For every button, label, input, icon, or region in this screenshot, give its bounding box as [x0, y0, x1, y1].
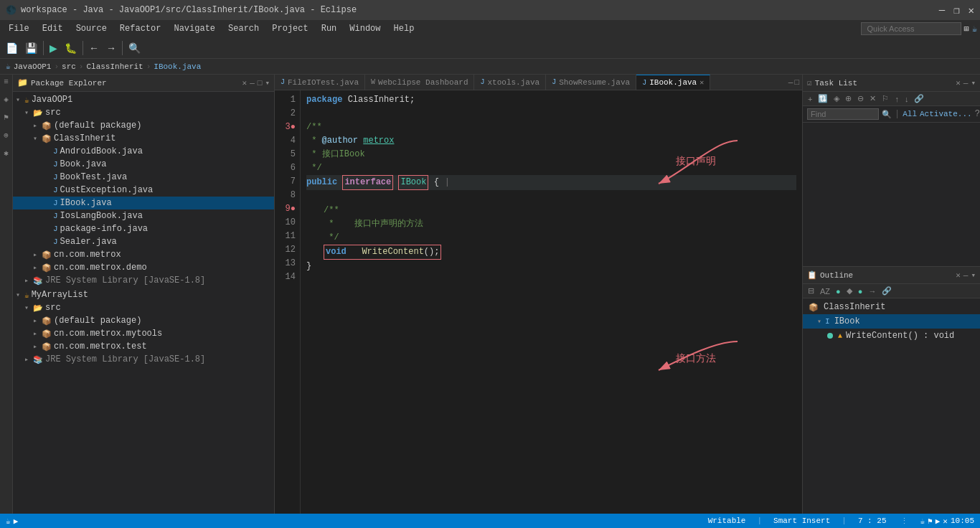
tree-packageinfo[interactable]: J package-info.java [13, 222, 274, 235]
tab-max-icon[interactable]: □ [794, 78, 799, 87]
task-list-close-icon[interactable]: ✕ [956, 78, 961, 88]
find-all-link[interactable]: All [903, 110, 917, 118]
task-btn-7[interactable]: ⚐ [880, 93, 891, 104]
task-btn-6[interactable]: ✕ [867, 93, 878, 104]
arrow-default2: ▸ [33, 316, 42, 325]
tree-javaoop1[interactable]: ▾ ☕ JavaOOP1 [13, 93, 274, 106]
outline-link-btn[interactable]: 🔗 [880, 286, 894, 296]
tree-book[interactable]: J Book.java [13, 158, 274, 171]
sidebar-icon-3[interactable]: ⚑ [4, 113, 9, 122]
tree-booktest[interactable]: J BookTest.java [13, 171, 274, 184]
menu-project[interactable]: Project [266, 22, 314, 35]
save-button[interactable]: 💾 [22, 41, 40, 55]
sidebar-icon-4[interactable]: ⊕ [4, 131, 9, 140]
outline-methods-btn[interactable]: ◆ [844, 286, 854, 296]
search-toolbar-button[interactable]: 🔍 [126, 41, 143, 55]
pe-max-icon[interactable]: □ [258, 79, 263, 88]
outline-nav-btn[interactable]: → [866, 286, 878, 296]
outline-collapse-btn[interactable]: ⊟ [806, 286, 816, 296]
task-btn-1[interactable]: + [806, 93, 814, 104]
window-controls[interactable]: — ❐ ✕ [939, 4, 974, 16]
task-btn-10[interactable]: 🔗 [912, 93, 926, 104]
tree-cnmetroxdemo[interactable]: ▸ 📦 cn.com.metrox.demo [13, 261, 274, 274]
tab-showresume[interactable]: J ShowResume.java [546, 75, 636, 90]
pe-menu-icon[interactable]: ▾ [265, 78, 270, 88]
back-button[interactable]: ← [86, 41, 102, 55]
task-list-menu-icon[interactable]: ▾ [971, 78, 976, 88]
outline-sort-btn[interactable]: AZ [818, 286, 832, 296]
tree-jre2[interactable]: ▸ 📚 JRE System Library [JavaSE-1.8] [13, 353, 274, 366]
outline-classinherit[interactable]: 📦 ClassInherit [803, 300, 980, 314]
tree-classinherit[interactable]: ▾ 📦 ClassInherit [13, 132, 274, 145]
outline-menu-icon[interactable]: ▾ [971, 270, 976, 280]
tab-min-icon[interactable]: — [788, 78, 793, 87]
menu-refactor[interactable]: Refactor [114, 22, 167, 35]
task-list-min-icon[interactable]: — [963, 79, 969, 88]
menu-run[interactable]: Run [316, 22, 343, 35]
perspective-btn[interactable]: ⊞ [964, 24, 969, 34]
outline-fields-btn[interactable]: ● [834, 286, 843, 296]
pe-close-icon[interactable]: ✕ [242, 78, 248, 88]
menu-edit[interactable]: Edit [37, 22, 69, 35]
tree-ibook[interactable]: J IBook.java [13, 197, 274, 209]
tree-mytools[interactable]: ▸ 📦 cn.com.metrox.mytools [13, 327, 274, 340]
outline-min-icon[interactable]: — [963, 271, 969, 280]
task-btn-3[interactable]: ◈ [831, 93, 842, 104]
menu-help[interactable]: Help [388, 22, 420, 35]
tree-src[interactable]: ▾ 📂 src [13, 106, 274, 119]
menu-source[interactable]: Source [70, 22, 113, 35]
task-btn-8[interactable]: ↑ [892, 93, 901, 104]
maximize-button[interactable]: ❐ [953, 4, 959, 16]
breadcrumb-ibook[interactable]: IBook.java [154, 62, 201, 71]
tab-ibook[interactable]: J IBook.java ✕ [636, 75, 710, 90]
code-content[interactable]: package ClassInherit; /** * @author metr… [301, 90, 802, 514]
breadcrumb-project[interactable]: JavaOOP1 [14, 62, 52, 71]
menu-navigate[interactable]: Navigate [168, 22, 221, 35]
tab-ibook-close[interactable]: ✕ [699, 78, 704, 87]
outline-green-btn[interactable]: ● [856, 286, 865, 296]
task-btn-5[interactable]: ⊖ [855, 93, 866, 104]
outline-writecontent[interactable]: ▲ WriteContent() : void [803, 329, 980, 343]
outline-close-icon[interactable]: ✕ [956, 270, 961, 280]
tab-xtools[interactable]: J xtools.java [474, 75, 546, 90]
tree-default-pkg[interactable]: ▸ 📦 (default package) [13, 119, 274, 132]
menu-search[interactable]: Search [222, 22, 265, 35]
sidebar-icon-5[interactable]: ✱ [4, 148, 9, 158]
forward-button[interactable]: → [103, 41, 119, 55]
close-button[interactable]: ✕ [969, 4, 974, 16]
find-search-icon[interactable]: 🔍 [882, 110, 892, 119]
sidebar-icon-2[interactable]: ◈ [4, 95, 9, 104]
tree-src2[interactable]: ▾ 📂 src [13, 301, 274, 314]
tree-myarraylist[interactable]: ▾ ☕ MyArrayList [13, 288, 274, 301]
tree-custexception[interactable]: J CustException.java [13, 184, 274, 197]
perspective-java[interactable]: ☕ [972, 24, 977, 34]
tree-ioslangbook[interactable]: J IosLangBook.java [13, 209, 274, 222]
run-button[interactable]: ▶ [47, 41, 60, 55]
sidebar-icon-1[interactable]: ≡ [4, 77, 9, 86]
tree-default-pkg2[interactable]: ▸ 📦 (default package) [13, 314, 274, 327]
tree-cnmetrox[interactable]: ▸ 📦 cn.com.metrox [13, 248, 274, 261]
minimize-button[interactable]: — [939, 4, 945, 16]
task-btn-2[interactable]: 🔃 [816, 93, 830, 104]
find-help-icon[interactable]: ? [975, 109, 980, 119]
find-input[interactable] [807, 108, 879, 120]
breadcrumb-src[interactable]: src [62, 62, 76, 71]
tree-sealer[interactable]: J Sealer.java [13, 235, 274, 248]
debug-button[interactable]: 🐛 [62, 41, 80, 55]
tree-jre1[interactable]: ▸ 📚 JRE System Library [JavaSE-1.8] [13, 274, 274, 287]
menu-file[interactable]: File [3, 22, 35, 35]
quick-access-input[interactable] [861, 22, 961, 35]
find-activate-link[interactable]: Activate... [920, 110, 972, 118]
task-btn-9[interactable]: ↓ [903, 93, 911, 104]
tree-androidbook[interactable]: J AndroidBook.java [13, 145, 274, 158]
code-editor[interactable]: 1 2 3● 4 5 6 7 8 9● 10 11 12 13 14 packa… [275, 90, 802, 514]
tab-webclipse[interactable]: W Webclipse Dashboard [365, 75, 474, 90]
new-button[interactable]: 📄 [3, 41, 21, 55]
outline-ibook[interactable]: ▾ I IBook [803, 314, 980, 329]
task-btn-4[interactable]: ⊕ [843, 93, 854, 104]
pe-min-icon[interactable]: — [250, 79, 255, 88]
breadcrumb-classinherit[interactable]: ClassInherit [86, 62, 143, 71]
tab-fileiotest[interactable]: J FileIOTest.java [275, 75, 365, 90]
menu-window[interactable]: Window [344, 22, 386, 35]
tree-test[interactable]: ▸ 📦 cn.com.metrox.test [13, 340, 274, 353]
